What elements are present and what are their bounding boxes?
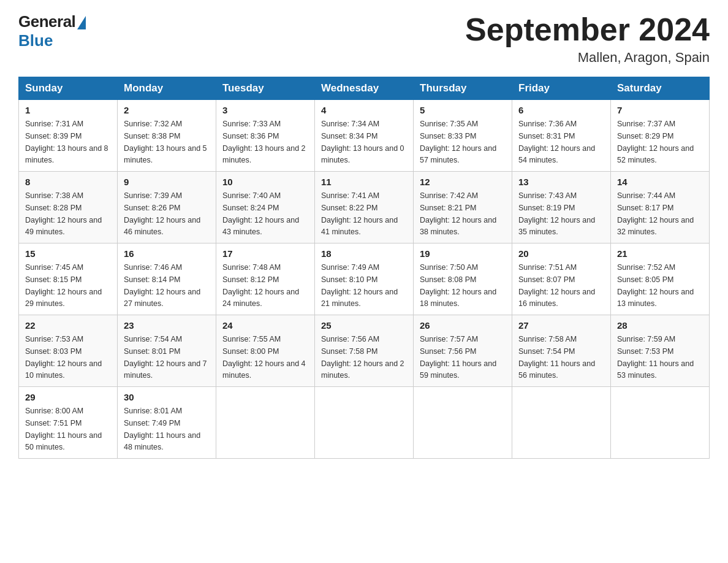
table-row: 29 Sunrise: 8:00 AMSunset: 7:51 PMDaylig…: [19, 387, 118, 459]
header-tuesday: Tuesday: [216, 77, 315, 100]
table-row: 14 Sunrise: 7:44 AMSunset: 8:17 PMDaylig…: [611, 172, 710, 243]
day-info: Sunrise: 7:58 AMSunset: 7:54 PMDaylight:…: [518, 335, 595, 380]
day-number: 2: [124, 105, 210, 115]
table-row: 12 Sunrise: 7:42 AMSunset: 8:21 PMDaylig…: [414, 172, 512, 243]
day-info: Sunrise: 7:59 AMSunset: 7:53 PMDaylight:…: [617, 335, 694, 380]
day-number: 18: [321, 248, 407, 259]
day-info: Sunrise: 7:53 AMSunset: 8:03 PMDaylight:…: [25, 335, 102, 380]
day-info: Sunrise: 7:44 AMSunset: 8:17 PMDaylight:…: [617, 191, 694, 236]
table-row: [216, 387, 315, 459]
day-number: 24: [222, 320, 308, 331]
day-number: 9: [124, 177, 210, 187]
day-info: Sunrise: 7:54 AMSunset: 8:01 PMDaylight:…: [124, 335, 207, 380]
header-monday: Monday: [118, 77, 216, 100]
table-row: 7 Sunrise: 7:37 AMSunset: 8:29 PMDayligh…: [611, 100, 710, 172]
day-info: Sunrise: 7:39 AMSunset: 8:26 PMDaylight:…: [124, 191, 200, 236]
table-row: 2 Sunrise: 7:32 AMSunset: 8:38 PMDayligh…: [118, 100, 216, 172]
day-number: 12: [420, 177, 506, 187]
day-number: 16: [124, 248, 210, 259]
table-row: 28 Sunrise: 7:59 AMSunset: 7:53 PMDaylig…: [611, 315, 710, 387]
day-info: Sunrise: 7:34 AMSunset: 8:34 PMDaylight:…: [321, 120, 404, 164]
table-row: 9 Sunrise: 7:39 AMSunset: 8:26 PMDayligh…: [118, 172, 216, 243]
table-row: 30 Sunrise: 8:01 AMSunset: 7:49 PMDaylig…: [118, 387, 216, 459]
calendar-week-row: 15 Sunrise: 7:45 AMSunset: 8:15 PMDaylig…: [19, 243, 710, 315]
day-number: 25: [321, 320, 407, 331]
day-number: 3: [222, 105, 308, 115]
day-info: Sunrise: 7:56 AMSunset: 7:58 PMDaylight:…: [321, 335, 404, 380]
day-number: 7: [617, 105, 703, 115]
day-number: 20: [518, 248, 604, 259]
table-row: 4 Sunrise: 7:34 AMSunset: 8:34 PMDayligh…: [315, 100, 414, 172]
logo-triangle-icon: [77, 16, 86, 29]
day-info: Sunrise: 7:40 AMSunset: 8:24 PMDaylight:…: [222, 191, 299, 236]
calendar-week-row: 29 Sunrise: 8:00 AMSunset: 7:51 PMDaylig…: [19, 387, 710, 459]
day-info: Sunrise: 7:48 AMSunset: 8:12 PMDaylight:…: [222, 263, 299, 308]
day-number: 26: [420, 320, 506, 331]
day-number: 27: [518, 320, 604, 331]
table-row: 1 Sunrise: 7:31 AMSunset: 8:39 PMDayligh…: [19, 100, 118, 172]
day-number: 29: [25, 392, 111, 402]
day-number: 15: [25, 248, 111, 259]
day-info: Sunrise: 8:00 AMSunset: 7:51 PMDaylight:…: [25, 407, 102, 451]
table-row: 27 Sunrise: 7:58 AMSunset: 7:54 PMDaylig…: [512, 315, 611, 387]
logo-blue-text: Blue: [18, 31, 53, 50]
day-info: Sunrise: 7:32 AMSunset: 8:38 PMDaylight:…: [124, 120, 207, 164]
page-header: General Blue September 2024 Mallen, Arag…: [18, 12, 710, 66]
day-number: 19: [420, 248, 506, 259]
table-row: 21 Sunrise: 7:52 AMSunset: 8:05 PMDaylig…: [611, 243, 710, 315]
day-info: Sunrise: 7:45 AMSunset: 8:15 PMDaylight:…: [25, 263, 102, 308]
calendar-table: Sunday Monday Tuesday Wednesday Thursday…: [18, 77, 710, 459]
table-row: 3 Sunrise: 7:33 AMSunset: 8:36 PMDayligh…: [216, 100, 315, 172]
day-number: 30: [124, 392, 210, 402]
day-info: Sunrise: 7:36 AMSunset: 8:31 PMDaylight:…: [518, 120, 595, 164]
table-row: 11 Sunrise: 7:41 AMSunset: 8:22 PMDaylig…: [315, 172, 414, 243]
header-wednesday: Wednesday: [315, 77, 414, 100]
day-info: Sunrise: 7:38 AMSunset: 8:28 PMDaylight:…: [25, 191, 102, 236]
day-number: 23: [124, 320, 210, 331]
day-info: Sunrise: 7:49 AMSunset: 8:10 PMDaylight:…: [321, 263, 398, 308]
table-row: 19 Sunrise: 7:50 AMSunset: 8:08 PMDaylig…: [414, 243, 512, 315]
day-info: Sunrise: 7:31 AMSunset: 8:39 PMDaylight:…: [25, 120, 108, 164]
day-number: 13: [518, 177, 604, 187]
table-row: [414, 387, 512, 459]
day-number: 28: [617, 320, 703, 331]
day-info: Sunrise: 7:43 AMSunset: 8:19 PMDaylight:…: [518, 191, 595, 236]
day-info: Sunrise: 7:35 AMSunset: 8:33 PMDaylight:…: [420, 120, 496, 164]
table-row: 10 Sunrise: 7:40 AMSunset: 8:24 PMDaylig…: [216, 172, 315, 243]
day-number: 10: [222, 177, 308, 187]
table-row: [315, 387, 414, 459]
month-title: September 2024: [465, 12, 710, 47]
table-row: [611, 387, 710, 459]
day-info: Sunrise: 7:46 AMSunset: 8:14 PMDaylight:…: [124, 263, 200, 308]
table-row: 5 Sunrise: 7:35 AMSunset: 8:33 PMDayligh…: [414, 100, 512, 172]
day-info: Sunrise: 7:41 AMSunset: 8:22 PMDaylight:…: [321, 191, 398, 236]
calendar-week-row: 8 Sunrise: 7:38 AMSunset: 8:28 PMDayligh…: [19, 172, 710, 243]
day-info: Sunrise: 8:01 AMSunset: 7:49 PMDaylight:…: [124, 407, 200, 451]
table-row: 23 Sunrise: 7:54 AMSunset: 8:01 PMDaylig…: [118, 315, 216, 387]
logo: General Blue: [18, 12, 86, 50]
table-row: 20 Sunrise: 7:51 AMSunset: 8:07 PMDaylig…: [512, 243, 611, 315]
day-number: 4: [321, 105, 407, 115]
day-number: 8: [25, 177, 111, 187]
table-row: [512, 387, 611, 459]
day-number: 14: [617, 177, 703, 187]
calendar-week-row: 22 Sunrise: 7:53 AMSunset: 8:03 PMDaylig…: [19, 315, 710, 387]
calendar-header-row: Sunday Monday Tuesday Wednesday Thursday…: [19, 77, 710, 100]
table-row: 17 Sunrise: 7:48 AMSunset: 8:12 PMDaylig…: [216, 243, 315, 315]
header-thursday: Thursday: [414, 77, 512, 100]
day-info: Sunrise: 7:42 AMSunset: 8:21 PMDaylight:…: [420, 191, 496, 236]
day-number: 11: [321, 177, 407, 187]
day-number: 1: [25, 105, 111, 115]
table-row: 25 Sunrise: 7:56 AMSunset: 7:58 PMDaylig…: [315, 315, 414, 387]
header-friday: Friday: [512, 77, 611, 100]
table-row: 15 Sunrise: 7:45 AMSunset: 8:15 PMDaylig…: [19, 243, 118, 315]
day-info: Sunrise: 7:57 AMSunset: 7:56 PMDaylight:…: [420, 335, 496, 380]
table-row: 6 Sunrise: 7:36 AMSunset: 8:31 PMDayligh…: [512, 100, 611, 172]
title-area: September 2024 Mallen, Aragon, Spain: [465, 12, 710, 66]
day-info: Sunrise: 7:33 AMSunset: 8:36 PMDaylight:…: [222, 120, 306, 164]
day-number: 22: [25, 320, 111, 331]
day-info: Sunrise: 7:52 AMSunset: 8:05 PMDaylight:…: [617, 263, 694, 308]
table-row: 24 Sunrise: 7:55 AMSunset: 8:00 PMDaylig…: [216, 315, 315, 387]
day-number: 5: [420, 105, 506, 115]
table-row: 22 Sunrise: 7:53 AMSunset: 8:03 PMDaylig…: [19, 315, 118, 387]
